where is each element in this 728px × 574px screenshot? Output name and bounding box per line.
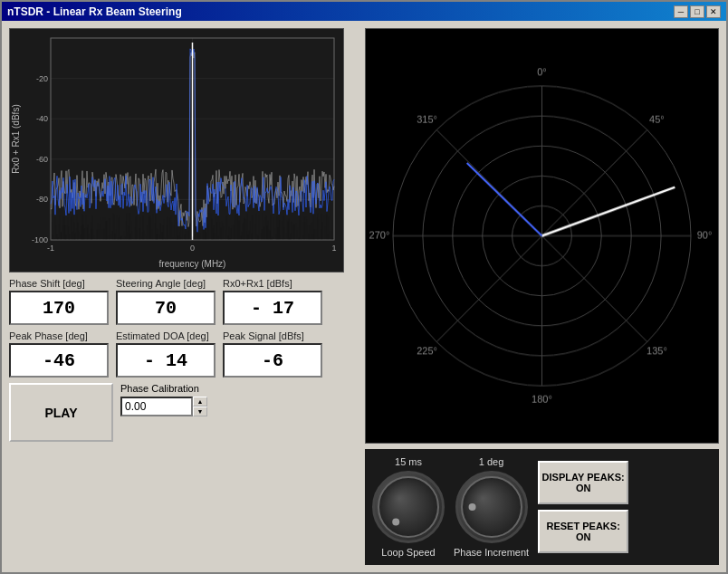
title-bar: nTSDR - Linear Rx Beam Steering ─ □ ✕ bbox=[2, 2, 726, 21]
reset-peaks-line1: RESET PEAKS: bbox=[547, 521, 620, 531]
peak-signal-value: -6 bbox=[223, 343, 322, 378]
metrics-row-1: Phase Shift [deg] 170 Steering Angle [de… bbox=[9, 278, 358, 325]
display-peaks-button[interactable]: DISPLAY PEAKS: ON bbox=[538, 461, 628, 504]
loop-speed-top-label: 15 ms bbox=[395, 456, 422, 467]
rx-sum-group: Rx0+Rx1 [dBfs] - 17 bbox=[223, 278, 322, 325]
rx-sum-label: Rx0+Rx1 [dBfs] bbox=[223, 278, 322, 289]
steering-angle-label: Steering Angle [deg] bbox=[116, 278, 216, 289]
reset-peaks-button[interactable]: RESET PEAKS: ON bbox=[538, 510, 628, 553]
phase-shift-label: Phase Shift [deg] bbox=[9, 278, 109, 289]
peak-signal-label: Peak Signal [dBfs] bbox=[223, 330, 322, 341]
spinner-up-button[interactable]: ▲ bbox=[193, 397, 207, 407]
peak-phase-value: -46 bbox=[9, 343, 109, 378]
right-panel: 15 ms Loop Speed 1 deg Phase Increment bbox=[365, 28, 719, 565]
spinner-down-button[interactable]: ▼ bbox=[193, 407, 207, 416]
knob2-canvas bbox=[458, 474, 525, 541]
right-action-buttons: DISPLAY PEAKS: ON RESET PEAKS: ON bbox=[538, 461, 628, 553]
close-button[interactable]: ✕ bbox=[706, 5, 721, 18]
peak-signal-group: Peak Signal [dBfs] -6 bbox=[223, 330, 322, 378]
maximize-button[interactable]: □ bbox=[690, 5, 704, 18]
bottom-controls: PLAY Phase Calibration ▲ ▼ bbox=[9, 383, 358, 442]
reset-peaks-line2: ON bbox=[576, 531, 591, 542]
window-title: nTSDR - Linear Rx Beam Steering bbox=[7, 5, 182, 18]
phase-increment-knob-group: 1 deg Phase Increment bbox=[454, 456, 529, 558]
minimize-button[interactable]: ─ bbox=[674, 5, 688, 18]
main-window: nTSDR - Linear Rx Beam Steering ─ □ ✕ Ph… bbox=[0, 0, 728, 574]
phase-cal-input[interactable] bbox=[120, 397, 193, 416]
phase-increment-top-label: 1 deg bbox=[479, 456, 504, 467]
peak-phase-label: Peak Phase [deg] bbox=[9, 330, 109, 341]
estimated-doa-value: - 14 bbox=[116, 343, 216, 378]
metrics-row-2: Peak Phase [deg] -46 Estimated DOA [deg]… bbox=[9, 330, 358, 378]
loop-speed-bottom-label: Loop Speed bbox=[381, 547, 435, 558]
estimated-doa-label: Estimated DOA [deg] bbox=[116, 330, 216, 341]
phase-increment-knob[interactable] bbox=[455, 471, 528, 543]
rx-sum-value: - 17 bbox=[223, 291, 322, 325]
phase-calibration-group: Phase Calibration ▲ ▼ bbox=[120, 383, 207, 416]
knob1-canvas bbox=[375, 474, 442, 541]
radar-canvas bbox=[366, 29, 718, 443]
bottom-right-controls: 15 ms Loop Speed 1 deg Phase Increment bbox=[365, 449, 719, 565]
estimated-doa-group: Estimated DOA [deg] - 14 bbox=[116, 330, 216, 378]
phase-shift-group: Phase Shift [deg] 170 bbox=[9, 278, 109, 325]
phase-cal-label: Phase Calibration bbox=[120, 383, 207, 394]
window-controls: ─ □ ✕ bbox=[674, 5, 721, 18]
play-button[interactable]: PLAY bbox=[9, 383, 113, 442]
phase-increment-bottom-label: Phase Increment bbox=[454, 547, 529, 558]
peak-phase-group: Peak Phase [deg] -46 bbox=[9, 330, 109, 378]
loop-speed-knob[interactable] bbox=[372, 471, 445, 543]
main-content: Phase Shift [deg] 170 Steering Angle [de… bbox=[2, 21, 726, 572]
display-peaks-line2: ON bbox=[576, 483, 591, 493]
steering-angle-group: Steering Angle [deg] 70 bbox=[116, 278, 216, 325]
left-panel: Phase Shift [deg] 170 Steering Angle [de… bbox=[9, 28, 358, 565]
spinner-buttons: ▲ ▼ bbox=[193, 397, 207, 416]
display-peaks-line1: DISPLAY PEAKS: bbox=[542, 472, 625, 483]
spectrum-canvas bbox=[10, 29, 343, 272]
phase-shift-value: 170 bbox=[9, 291, 109, 325]
spectrum-plot bbox=[9, 28, 344, 273]
phase-cal-spinner: ▲ ▼ bbox=[120, 397, 207, 416]
radar-plot bbox=[365, 28, 719, 444]
steering-angle-value: 70 bbox=[116, 291, 216, 325]
loop-speed-knob-group: 15 ms Loop Speed bbox=[372, 456, 445, 558]
